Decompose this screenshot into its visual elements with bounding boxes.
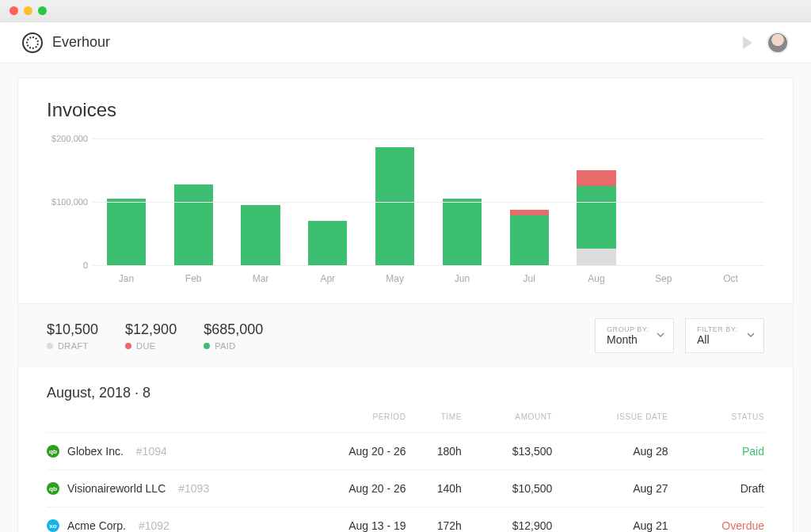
x-tick-label: Mar (227, 265, 295, 295)
stat-paid-label: PAID (204, 341, 263, 351)
filter-by-select[interactable]: FILTER BY: All (685, 318, 764, 353)
invoices-card: Invoices 0$100,000$200,000 JanFebMarAprM… (17, 78, 794, 532)
x-tick-label: Jan (93, 265, 160, 295)
invoice-number: #1093 (178, 482, 209, 495)
cell-period: Aug 13 - 19 (276, 507, 406, 533)
cell-status: Draft (668, 470, 764, 507)
bar-segment-paid (308, 221, 347, 265)
integration-badge-icon: qb (47, 445, 59, 458)
bar-segment-paid (241, 205, 280, 265)
x-tick-label: Jul (496, 265, 563, 295)
app-logo[interactable]: Everhour (22, 32, 110, 53)
integration-badge-icon: qb (47, 482, 59, 495)
y-tick-label: $100,000 (51, 197, 88, 207)
column-header: PERIOD (276, 405, 406, 433)
column-header: ISSUE DATE (552, 405, 668, 433)
cell-time: 172h (406, 507, 462, 533)
x-tick-label: Aug (563, 265, 630, 295)
stat-due-value: $12,900 (125, 321, 177, 338)
stat-paid: $685,000 PAID (204, 321, 263, 351)
cell-issue: Aug 21 (552, 507, 668, 533)
invoices-chart: 0$100,000$200,000 (47, 139, 764, 265)
x-tick-label: Oct (697, 265, 764, 295)
cell-time: 140h (406, 470, 462, 507)
invoice-table: PERIODTIMEAMOUNTISSUE DATESTATUS qbGlobe… (47, 405, 764, 532)
x-tick-label: Feb (160, 265, 227, 295)
flag-icon[interactable] (743, 36, 752, 49)
stat-paid-value: $685,000 (204, 321, 263, 338)
stopwatch-icon (22, 32, 43, 53)
x-tick-label: Jun (428, 265, 496, 295)
section-title: Invoices (47, 99, 764, 121)
cell-period: Aug 20 - 26 (276, 433, 406, 470)
chevron-down-icon (746, 329, 756, 343)
column-header: TIME (406, 405, 462, 433)
client-name: Globex Inc. (67, 445, 124, 458)
cell-status: Overdue (668, 507, 764, 533)
invoice-table-section: August, 2018 · 8 PERIODTIMEAMOUNTISSUE D… (18, 367, 793, 532)
cell-issue: Aug 27 (552, 470, 668, 507)
table-row[interactable]: qbVisionaireworld LLC#1093Aug 20 - 26140… (47, 470, 764, 507)
bar-segment-draft (577, 249, 615, 265)
window-minimize-button[interactable] (24, 6, 32, 15)
window-chrome (0, 0, 811, 22)
window-close-button[interactable] (10, 6, 18, 15)
gridline (93, 265, 764, 266)
x-tick-label: Sep (630, 265, 697, 295)
group-by-value: Month (607, 333, 649, 346)
gridline (93, 139, 764, 139)
bar (375, 143, 414, 265)
table-row[interactable]: xoAcme Corp.#1092Aug 13 - 19172h$12,900A… (47, 507, 764, 533)
dot-icon-paid (204, 343, 210, 349)
window-zoom-button[interactable] (38, 6, 47, 15)
bar (510, 181, 549, 265)
stat-draft-label: DRAFT (47, 341, 98, 351)
x-tick-label: Apr (294, 265, 361, 295)
dot-icon-due (125, 343, 131, 349)
bar (107, 173, 146, 265)
bar-segment-paid (107, 199, 146, 265)
app-name: Everhour (52, 34, 110, 51)
invoice-number: #1094 (136, 445, 167, 458)
table-row[interactable]: qbGlobex Inc.#1094Aug 20 - 26180h$13,500… (47, 433, 764, 470)
cell-status: Paid (668, 433, 764, 470)
cell-amount: $13,500 (462, 433, 552, 470)
bar-segment-paid (443, 199, 482, 265)
bar (443, 173, 482, 265)
bar-segment-due (577, 170, 615, 185)
bar (174, 164, 213, 265)
column-header: STATUS (668, 405, 764, 433)
bar-segment-paid (577, 186, 615, 249)
cell-amount: $12,900 (462, 507, 552, 533)
y-tick-label: $200,000 (51, 134, 88, 143)
stat-draft: $10,500 DRAFT (47, 321, 98, 351)
user-avatar[interactable] (767, 32, 789, 54)
bar (577, 156, 615, 265)
bar-segment-paid (510, 215, 549, 265)
group-by-overline: GROUP BY: (607, 325, 649, 333)
filter-by-overline: FILTER BY: (697, 325, 740, 333)
y-tick-label: 0 (83, 260, 88, 270)
summary-bar: $10,500 DRAFT $12,900 DUE $685,000 PAID … (18, 303, 793, 367)
cell-time: 180h (406, 433, 462, 470)
integration-badge-icon: xo (47, 519, 59, 532)
stat-due-label: DUE (125, 341, 177, 351)
stat-draft-value: $10,500 (47, 321, 98, 338)
gridline (93, 202, 764, 203)
cell-period: Aug 20 - 26 (276, 470, 406, 507)
column-header (47, 405, 276, 433)
bar-segment-paid (375, 147, 414, 265)
chevron-down-icon (656, 329, 665, 343)
invoice-number: #1092 (139, 519, 169, 532)
cell-issue: Aug 28 (552, 433, 668, 470)
group-by-select[interactable]: GROUP BY: Month (595, 318, 674, 353)
client-name: Acme Corp. (67, 519, 126, 532)
cell-amount: $10,500 (462, 470, 552, 507)
table-heading: August, 2018 · 8 (47, 385, 764, 401)
dot-icon-draft (47, 343, 53, 349)
stat-due: $12,900 DUE (125, 321, 177, 351)
filter-by-value: All (697, 333, 740, 346)
column-header: AMOUNT (462, 405, 552, 433)
page-body: Invoices 0$100,000$200,000 JanFebMarAprM… (0, 63, 811, 532)
bar-segment-paid (174, 184, 213, 265)
